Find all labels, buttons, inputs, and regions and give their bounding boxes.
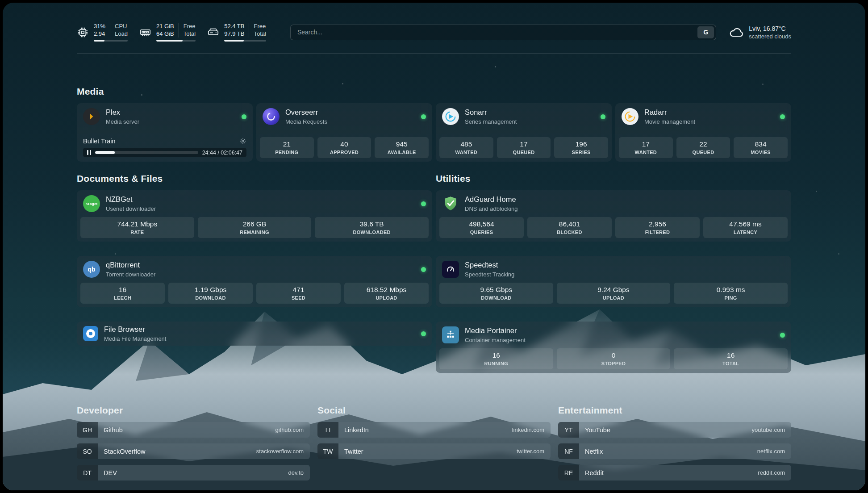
card-title: Radarr: [644, 108, 695, 117]
stat-ping: 0.993 ms PING: [674, 283, 788, 304]
stat-wanted: 485 WANTED: [439, 137, 493, 158]
cpu-label-1: CPU: [115, 23, 128, 30]
bookmark-url: github.com: [275, 422, 310, 438]
card-subtitle: Media Requests: [285, 118, 327, 125]
card-title: Media Portainer: [465, 326, 526, 335]
stat-movies: 834 MOVIES: [734, 137, 788, 158]
sonarr-icon: [442, 108, 459, 125]
card-nzbget[interactable]: nzbget NZBGet Usenet downloader 744.21 M…: [77, 190, 432, 242]
bookmark-reddit[interactable]: RE Reddit reddit.com: [558, 465, 791, 480]
card-subtitle: Usenet downloader: [106, 205, 156, 212]
card-speedtest[interactable]: Speedtest Speedtest Tracking 9.65 Gbps D…: [436, 256, 791, 307]
bookmark-abbr: RE: [558, 465, 579, 480]
bookmark-dev[interactable]: DT DEV dev.to: [77, 465, 310, 480]
stat-filtered: 2,956 FILTERED: [615, 217, 700, 238]
bookmark-linkedin[interactable]: LI LinkedIn linkedin.com: [317, 422, 551, 438]
bookmark-stackoverflow[interactable]: SO StackOverflow stackoverflow.com: [77, 443, 310, 459]
bookmark-twitter[interactable]: TW Twitter twitter.com: [317, 443, 551, 459]
section-documents: Documents & Files nzbget NZBGet Usenet d…: [77, 173, 432, 346]
speedtest-gauge-icon: [442, 261, 459, 278]
bookmark-abbr: SO: [77, 443, 98, 459]
stat-series: 196 SERIES: [554, 137, 608, 158]
documents-section-title: Documents & Files: [77, 173, 432, 184]
stat-wanted: 17 WANTED: [619, 137, 673, 158]
search-provider-button[interactable]: G: [697, 26, 714, 38]
radarr-icon: [622, 108, 638, 125]
status-dot: [780, 333, 785, 338]
plex-icon: [83, 108, 100, 125]
card-title: AdGuard Home: [465, 195, 518, 204]
top-bar: 31% 2.94 CPU Load: [77, 20, 791, 45]
stat-queries: 498,564 QUERIES: [439, 217, 524, 238]
stat-upload: 618.52 Mbps UPLOAD: [344, 283, 429, 304]
bookmark-netflix[interactable]: NF Netflix netflix.com: [558, 443, 791, 459]
cpu-label-2: Load: [115, 30, 128, 38]
nzbget-icon: nzbget: [83, 195, 100, 212]
card-sonarr[interactable]: Sonarr Series management 485 WANTED 17 Q…: [436, 103, 612, 162]
status-dot: [601, 114, 605, 119]
stat-remaining: 266 GB REMAINING: [198, 217, 312, 238]
stat-queued: 17 QUEUED: [497, 137, 551, 158]
card-radarr[interactable]: Radarr Movie management 17 WANTED 22 QUE…: [615, 103, 791, 162]
stat-blocked: 86,401 BLOCKED: [527, 217, 612, 238]
bookmark-abbr: YT: [558, 422, 579, 438]
bookmark-name: LinkedIn: [338, 422, 369, 438]
stat-download: 1.19 Gbps DOWNLOAD: [168, 283, 253, 304]
bookmark-name: Reddit: [579, 465, 604, 480]
card-plex[interactable]: Plex Media server Bullet Train: [77, 103, 253, 162]
topbar-divider: [77, 54, 791, 54]
developer-section-title: Developer: [77, 405, 310, 416]
bookmark-url: twitter.com: [517, 443, 551, 459]
media-section-title: Media: [77, 86, 791, 97]
card-subtitle: Movie management: [644, 118, 695, 125]
bookmark-url: reddit.com: [758, 465, 791, 480]
snow-specks: [3, 3, 4, 4]
search-input[interactable]: [296, 28, 697, 36]
card-title: NZBGet: [106, 195, 156, 204]
memory-label-2: Total: [184, 30, 196, 38]
card-filebrowser[interactable]: File Browser Media File Management: [77, 322, 432, 346]
playback-progress-track[interactable]: [95, 151, 198, 154]
gear-icon[interactable]: [239, 138, 246, 145]
disk-value-2: 97.9 TB: [224, 30, 244, 38]
bookmark-github[interactable]: GH Github github.com: [77, 422, 310, 438]
card-portainer[interactable]: Media Portainer Container management 16 …: [436, 322, 791, 373]
stat-rate: 744.21 Mbps RATE: [80, 217, 194, 238]
bookmark-youtube[interactable]: YT YouTube youtube.com: [558, 422, 791, 438]
card-title: Sonarr: [465, 108, 517, 117]
bookmark-url: stackoverflow.com: [256, 443, 310, 459]
cpu-widget: 31% 2.94 CPU Load: [77, 23, 128, 42]
search-bar: G: [290, 25, 716, 40]
weather-condition: scattered clouds: [749, 33, 791, 40]
bookmark-url: linkedin.com: [512, 422, 551, 438]
cpu-icon: [77, 26, 89, 38]
bookmark-url: youtube.com: [752, 422, 791, 438]
disk-label-2: Total: [254, 30, 266, 38]
card-subtitle: Media File Management: [104, 335, 166, 342]
utilities-section-title: Utilities: [436, 173, 791, 184]
card-adguard[interactable]: AdGuard Home DNS and adblocking 498,564 …: [436, 190, 791, 242]
card-subtitle: Series management: [465, 118, 517, 125]
card-title: Overseerr: [285, 108, 327, 117]
cpu-value-1: 31%: [94, 23, 105, 30]
card-subtitle: Media server: [106, 118, 139, 125]
card-overseerr[interactable]: Overseerr Media Requests 21 PENDING 40 A…: [256, 103, 432, 162]
status-dot: [421, 331, 426, 336]
card-title: File Browser: [104, 325, 166, 334]
social-section-title: Social: [317, 405, 551, 416]
stat-download: 9.65 Gbps DOWNLOAD: [439, 283, 553, 304]
status-dot: [780, 114, 785, 119]
bookmark-abbr: NF: [558, 443, 579, 459]
stat-seed: 471 SEED: [256, 283, 341, 304]
weather-widget: Lviv, 16.87°C scattered clouds: [729, 25, 791, 40]
stat-total: 16 TOTAL: [674, 348, 788, 369]
pause-icon[interactable]: [87, 150, 91, 155]
bookmark-abbr: DT: [77, 465, 98, 480]
dashboard: 31% 2.94 CPU Load: [3, 3, 865, 490]
cpu-value-2: 2.94: [94, 30, 105, 38]
overseerr-icon: [263, 108, 280, 125]
card-qbittorrent[interactable]: qb qBittorrent Torrent downloader 16: [77, 256, 432, 307]
memory-icon: [139, 26, 151, 38]
stat-leech: 16 LEECH: [80, 283, 165, 304]
stat-running: 16 RUNNING: [439, 348, 553, 369]
